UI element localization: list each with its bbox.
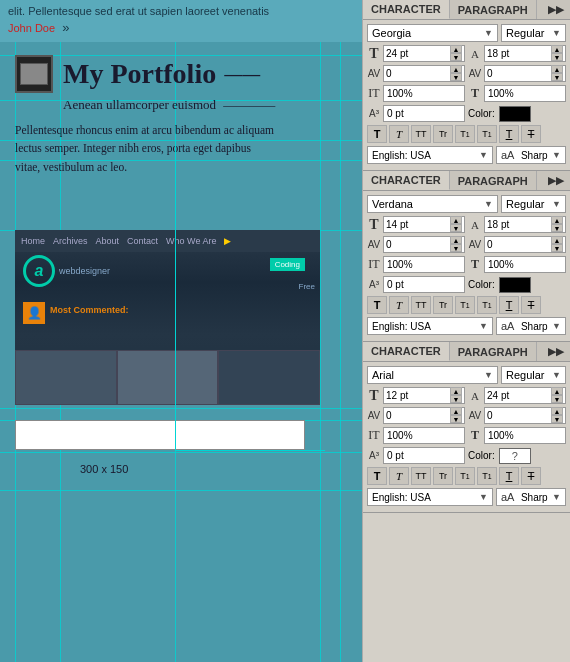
kern-spinbox-1[interactable]: 0 ▲ ▼ — [383, 65, 465, 82]
italic-btn-2[interactable]: T — [389, 296, 409, 314]
font-style-select-1[interactable]: Regular ▼ — [501, 24, 566, 42]
under-btn-1[interactable]: T — [499, 125, 519, 143]
spinbox-up-1b[interactable]: ▲ — [551, 45, 563, 53]
baseline-spinbox-3[interactable]: 0 pt — [383, 447, 465, 464]
tracking-spinbox-1[interactable]: 0 ▲ ▼ — [484, 65, 566, 82]
vscale-spinbox-1[interactable]: 100% — [383, 85, 465, 102]
color-swatch-1[interactable] — [499, 106, 531, 122]
allcaps-btn-3[interactable]: TT — [411, 467, 431, 485]
tab-character-3[interactable]: CHARACTER — [363, 342, 450, 361]
most-commented-label: Most Commented: — [50, 305, 129, 315]
font-family-select-1[interactable]: Georgia ▼ — [367, 24, 498, 42]
font-size-spinbox-2[interactable]: 14 pt ▲ ▼ — [383, 216, 465, 233]
spinbox-down-track2[interactable]: ▼ — [551, 244, 563, 252]
spinbox-up-1a[interactable]: ▲ — [450, 45, 462, 53]
language-select-3[interactable]: English: USA ▼ — [367, 488, 493, 506]
spinbox-up-3b[interactable]: ▲ — [551, 387, 563, 395]
spinbox-down-track3[interactable]: ▼ — [551, 415, 563, 423]
allcaps-btn-2[interactable]: TT — [411, 296, 431, 314]
font-size-spinbox-1[interactable]: 24 pt ▲ ▼ — [383, 45, 465, 62]
strike-btn-2[interactable]: T — [521, 296, 541, 314]
spinbox-down-track1[interactable]: ▼ — [551, 73, 563, 81]
bold-btn-1[interactable]: T — [367, 125, 387, 143]
hscale-spinbox-3[interactable]: 100% — [484, 427, 566, 444]
tracking-spinbox-3[interactable]: 0 ▲ ▼ — [484, 407, 566, 424]
bold-btn-3[interactable]: T — [367, 467, 387, 485]
kern-spinbox-3[interactable]: 0 ▲ ▼ — [383, 407, 465, 424]
italic-btn-3[interactable]: T — [389, 467, 409, 485]
spinbox-down-kern2[interactable]: ▼ — [450, 244, 462, 252]
tab-character-1[interactable]: CHARACTER — [363, 0, 450, 19]
spinbox-down-kern3[interactable]: ▼ — [450, 415, 462, 423]
vscale-spinbox-2[interactable]: 100% — [383, 256, 465, 273]
font-family-select-2[interactable]: Verdana ▼ — [367, 195, 498, 213]
sub-btn-1[interactable]: T1 — [477, 125, 497, 143]
vscale-cell-2: IT 100% — [367, 256, 465, 273]
spinbox-down-kern1[interactable]: ▼ — [450, 73, 462, 81]
tracking-spinbox-2[interactable]: 0 ▲ ▼ — [484, 236, 566, 253]
aa-select-2[interactable]: aA Sharp ▼ — [496, 317, 566, 335]
spinbox-up-2a[interactable]: ▲ — [450, 216, 462, 224]
sub-btn-2[interactable]: T1 — [477, 296, 497, 314]
language-select-1[interactable]: English: USA ▼ — [367, 146, 493, 164]
italic-btn-1[interactable]: T — [389, 125, 409, 143]
smallcaps-btn-2[interactable]: Tr — [433, 296, 453, 314]
spinbox-up-3a[interactable]: ▲ — [450, 387, 462, 395]
tab-paragraph-2[interactable]: PARAGRAPH — [450, 171, 537, 190]
super-btn-3[interactable]: T1 — [455, 467, 475, 485]
leading-spinbox-3[interactable]: 24 pt ▲ ▼ — [484, 387, 566, 404]
sub-btn-3[interactable]: T1 — [477, 467, 497, 485]
kern-cell-3: AV 0 ▲ ▼ — [367, 407, 465, 424]
leading-spinbox-2[interactable]: 18 pt ▲ ▼ — [484, 216, 566, 233]
spinbox-up-track2[interactable]: ▲ — [551, 236, 563, 244]
strike-btn-1[interactable]: T — [521, 125, 541, 143]
vscale-spinbox-3[interactable]: 100% — [383, 427, 465, 444]
smallcaps-btn-1[interactable]: Tr — [433, 125, 453, 143]
under-btn-3[interactable]: T — [499, 467, 519, 485]
language-select-2[interactable]: English: USA ▼ — [367, 317, 493, 335]
baseline-spinbox-1[interactable]: 0 pt — [383, 105, 465, 122]
spinbox-down-2b[interactable]: ▼ — [551, 224, 563, 232]
font-size-spinbox-3[interactable]: 12 pt ▲ ▼ — [383, 387, 465, 404]
panel-more-3[interactable]: ▶▶ — [542, 342, 570, 361]
spinbox-up-kern1[interactable]: ▲ — [450, 65, 462, 73]
aa-select-3[interactable]: aA Sharp ▼ — [496, 488, 566, 506]
tab-paragraph-1[interactable]: PARAGRAPH — [450, 0, 537, 19]
strike-btn-3[interactable]: T — [521, 467, 541, 485]
spinbox-down-3b[interactable]: ▼ — [551, 395, 563, 403]
font-style-select-3[interactable]: Regular ▼ — [501, 366, 566, 384]
spinbox-up-kern3[interactable]: ▲ — [450, 407, 462, 415]
bold-btn-2[interactable]: T — [367, 296, 387, 314]
spinbox-down-2a[interactable]: ▼ — [450, 224, 462, 232]
color-swatch-2[interactable] — [499, 277, 531, 293]
spinbox-up-2b[interactable]: ▲ — [551, 216, 563, 224]
spinbox-up-track1[interactable]: ▲ — [551, 65, 563, 73]
panel-more-2[interactable]: ▶▶ — [542, 171, 570, 190]
baseline-spinbox-2[interactable]: 0 pt — [383, 276, 465, 293]
font-style-select-2[interactable]: Regular ▼ — [501, 195, 566, 213]
leading-spinbox-1[interactable]: 18 pt ▲ ▼ — [484, 45, 566, 62]
kern-spinbox-2[interactable]: 0 ▲ ▼ — [383, 236, 465, 253]
super-btn-1[interactable]: T1 — [455, 125, 475, 143]
hscale-spinbox-1[interactable]: 100% — [484, 85, 566, 102]
size-cell-2a: T 14 pt ▲ ▼ — [367, 216, 465, 233]
super-btn-2[interactable]: T1 — [455, 296, 475, 314]
spinbox-down-3a[interactable]: ▼ — [450, 395, 462, 403]
color-swatch-3[interactable]: ? — [499, 448, 531, 464]
tab-paragraph-3[interactable]: PARAGRAPH — [450, 342, 537, 361]
tab-character-2[interactable]: CHARACTER — [363, 171, 450, 190]
smallcaps-btn-3[interactable]: Tr — [433, 467, 453, 485]
spinbox-up-kern2[interactable]: ▲ — [450, 236, 462, 244]
hscale-cell-1: T 100% — [468, 85, 566, 102]
hscale-spinbox-2[interactable]: 100% — [484, 256, 566, 273]
spinbox-down-1a[interactable]: ▼ — [450, 53, 462, 61]
allcaps-btn-1[interactable]: TT — [411, 125, 431, 143]
nav-extra: ▶ — [224, 236, 231, 246]
spinbox-up-track3[interactable]: ▲ — [551, 407, 563, 415]
canvas-area: elit. Pellentesque sed erat ut sapien la… — [0, 0, 362, 662]
font-family-select-3[interactable]: Arial ▼ — [367, 366, 498, 384]
spinbox-down-1b[interactable]: ▼ — [551, 53, 563, 61]
under-btn-2[interactable]: T — [499, 296, 519, 314]
aa-select-1[interactable]: aA Sharp ▼ — [496, 146, 566, 164]
panel-more-1[interactable]: ▶▶ — [542, 0, 570, 19]
